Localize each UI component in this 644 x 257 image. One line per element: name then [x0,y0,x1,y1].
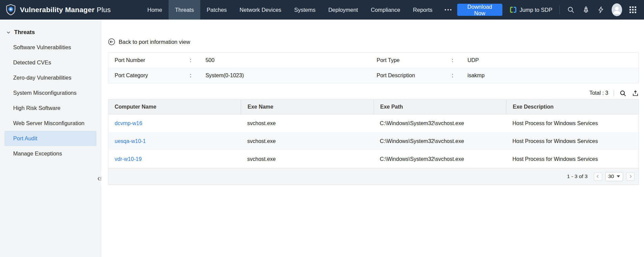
port-description-label: Port Description [377,73,452,79]
sidebar-item-manage-exceptions[interactable]: Manage Exceptions [0,146,101,161]
port-info-row: Port Number : 500 Port Type : UDP [108,53,639,68]
table-row: dcvmp-w16 svchost.exe C:\Windows\System3… [108,114,639,132]
table-row: uesqa-w10-1 svchost.exe C:\Windows\Syste… [108,132,639,150]
main-nav: Home Threats Patches Network Devices Sys… [141,0,457,20]
port-type-value: UDP [467,57,639,63]
nav-patches[interactable]: Patches [200,0,233,20]
sidebar: Threats Software Vulnerabilities Detecte… [0,20,101,257]
lightning-icon[interactable] [597,6,605,14]
exe-path-cell: C:\Windows\System32\svchost.exe [374,132,506,150]
exe-description-cell: Host Process for Windows Services [506,132,639,150]
total-count: Total : 3 [589,90,608,96]
nav-network-devices[interactable]: Network Devices [233,0,288,20]
table-search-icon[interactable] [619,90,626,97]
computer-name-link[interactable]: uesqa-w10-1 [115,138,146,144]
port-number-value: 500 [205,57,377,63]
toolbar-divider [614,90,614,96]
previous-page-button[interactable] [594,172,602,181]
column-header-exe-path[interactable]: Exe Path [374,99,506,114]
exe-name-cell: svchost.exe [241,150,373,168]
download-now-button[interactable]: Download Now [457,4,502,16]
port-category-label: Port Category [115,73,190,79]
select-caret-icon [617,175,620,177]
sdp-logo-icon [509,6,517,13]
computer-name-link[interactable]: vdr-w10-19 [115,156,142,162]
search-icon[interactable] [567,6,575,14]
port-processes-table: Computer Name Exe Name Exe Path Exe Desc… [108,99,639,185]
nav-deployment[interactable]: Deployment [322,0,364,20]
brand: Vulnerability Manager Plus [0,4,121,16]
shield-logo-icon [6,4,16,16]
nav-compliance[interactable]: Compliance [364,0,407,20]
nav-reports[interactable]: Reports [407,0,439,20]
sidebar-item-port-audit[interactable]: Port Audit [4,131,96,146]
exe-description-cell: Host Process for Windows Services [506,150,639,168]
exe-path-cell: C:\Windows\System32\svchost.exe [374,150,506,168]
column-header-exe-description[interactable]: Exe Description [506,99,639,114]
chevron-down-icon [6,30,11,35]
port-number-label: Port Number [115,57,190,63]
next-page-button[interactable] [626,172,635,181]
table-toolbar: Total : 3 [108,88,639,98]
back-arrow-icon [108,38,115,46]
sidebar-item-web-server-misconfiguration[interactable]: Web Server Misconfiguration [0,116,101,131]
sidebar-item-system-misconfigurations[interactable]: System Misconfigurations [0,85,101,101]
port-info-panel: Port Number : 500 Port Type : UDP Port C… [108,52,639,83]
back-link[interactable]: Back to port information view [108,38,639,46]
sidebar-item-software-vulnerabilities[interactable]: Software Vulnerabilities [0,40,101,55]
sidebar-item-zero-day-vulnerabilities[interactable]: Zero-day Vulnerabilities [0,70,101,85]
sidebar-item-high-risk-software[interactable]: High Risk Software [0,101,101,116]
sidebar-item-detected-cves[interactable]: Detected CVEs [0,55,101,70]
pagination-bar: 1 - 3 of 3 30 [108,168,639,184]
rocket-icon[interactable] [582,6,590,14]
exe-name-cell: svchost.exe [241,132,373,150]
column-header-computer-name[interactable]: Computer Name [108,99,241,114]
pagination-range: 1 - 3 of 3 [567,173,588,179]
sidebar-group-threats[interactable]: Threats [0,25,101,40]
more-menu-icon[interactable] [439,9,457,10]
exe-description-cell: Host Process for Windows Services [506,114,639,132]
apps-grid-icon[interactable] [629,6,637,13]
export-icon[interactable] [632,90,639,97]
topbar-right-actions: Download Now Jump to SDP [457,3,644,16]
topbar-divider [559,5,560,14]
page-size-select[interactable]: 30 [605,172,623,181]
port-type-label: Port Type [377,57,452,63]
exe-path-cell: C:\Windows\System32\svchost.exe [374,114,506,132]
computer-name-link[interactable]: dcvmp-w16 [115,120,142,126]
nav-home[interactable]: Home [141,0,169,20]
main-content: Back to port information view Port Numbe… [101,20,644,257]
column-header-exe-name[interactable]: Exe Name [241,99,373,114]
nav-systems[interactable]: Systems [288,0,322,20]
exe-name-cell: svchost.exe [241,114,373,132]
top-navigation-bar: Vulnerability Manager Plus Home Threats … [0,0,644,20]
app-title: Vulnerability Manager Plus [20,6,111,14]
table-header-row: Computer Name Exe Name Exe Path Exe Desc… [108,99,639,114]
table-row: vdr-w10-19 svchost.exe C:\Windows\System… [108,150,639,168]
nav-threats[interactable]: Threats [169,0,200,20]
port-category-value: System(0-1023) [205,73,377,79]
user-avatar[interactable] [612,3,622,16]
port-info-row: Port Category : System(0-1023) Port Desc… [108,68,639,83]
port-description-value: isakmp [467,73,639,79]
jump-to-sdp-link[interactable]: Jump to SDP [509,6,552,13]
